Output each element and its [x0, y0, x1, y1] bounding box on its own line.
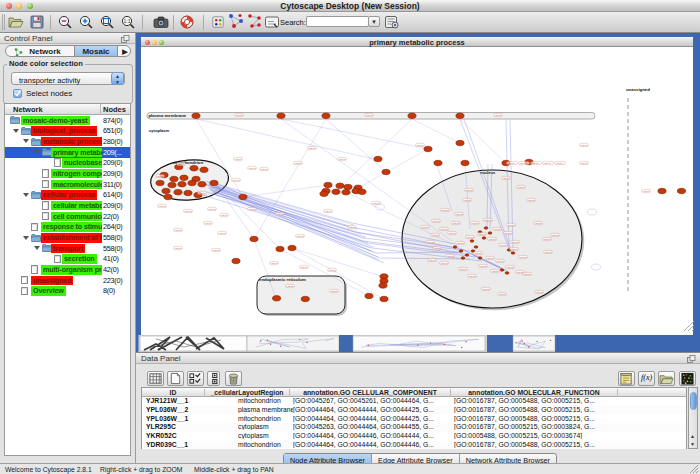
svg-text:Ynn (p): Ynn (p): [221, 214, 228, 216]
svg-text:Ynn (p): Ynn (p): [199, 192, 206, 194]
svg-text:Ynn (p): Ynn (p): [366, 114, 373, 116]
svg-text:Ynn (p): Ynn (p): [157, 175, 164, 177]
svg-text:Ynn (p): Ynn (p): [457, 242, 464, 244]
svg-text:Ynn (p): Ynn (p): [249, 208, 256, 210]
svg-text:Ynn (p): Ynn (p): [301, 266, 308, 268]
svg-text:Ynn (p): Ynn (p): [185, 210, 192, 212]
svg-text:Ynn (p): Ynn (p): [508, 162, 515, 164]
svg-text:Ynn (p): Ynn (p): [483, 288, 490, 290]
svg-text:Ynn (p): Ynn (p): [219, 232, 226, 234]
svg-text:Ynn (p): Ynn (p): [581, 162, 588, 164]
svg-text:Ynn (p): Ynn (p): [475, 252, 482, 254]
svg-text:Ynn (p): Ynn (p): [479, 233, 486, 235]
svg-text:Ynn (p): Ynn (p): [545, 251, 552, 253]
svg-text:Ynn (p): Ynn (p): [518, 186, 525, 188]
svg-text:Ynn (p): Ynn (p): [492, 270, 499, 272]
svg-text:Ynn (p): Ynn (p): [485, 219, 492, 221]
svg-text:Ynn (p): Ynn (p): [175, 229, 182, 231]
svg-text:Ynn (p): Ynn (p): [480, 265, 487, 267]
svg-text:Ynn (p): Ynn (p): [373, 202, 380, 204]
svg-text:Ynn (p): Ynn (p): [524, 273, 531, 275]
svg-text:Ynn (p): Ynn (p): [456, 213, 463, 215]
svg-text:Ynn (p): Ynn (p): [494, 228, 501, 230]
svg-text:Ynn (p): Ynn (p): [441, 228, 448, 230]
svg-text:Ynn (p): Ynn (p): [469, 275, 476, 277]
svg-text:Ynn (p): Ynn (p): [552, 234, 559, 236]
svg-text:Ynn (p): Ynn (p): [329, 269, 336, 271]
svg-text:unassigned: unassigned: [626, 87, 650, 92]
svg-text:Ynn (p): Ynn (p): [508, 224, 515, 226]
svg-text:Ynn (p): Ynn (p): [235, 158, 242, 160]
svg-text:Ynn (p): Ynn (p): [520, 256, 527, 258]
svg-text:Ynn (p): Ynn (p): [175, 247, 182, 249]
svg-text:Ynn (p): Ynn (p): [441, 262, 448, 264]
svg-text:Ynn (p): Ynn (p): [512, 241, 519, 243]
svg-text:Ynn (p): Ynn (p): [422, 226, 429, 228]
svg-text:Ynn (p): Ynn (p): [535, 222, 542, 224]
svg-text:Ynn (p): Ynn (p): [236, 114, 243, 116]
svg-text:Ynn (p): Ynn (p): [271, 262, 278, 264]
svg-text:Ynn (p): Ynn (p): [297, 235, 304, 237]
svg-text:Ynn (p): Ynn (p): [432, 234, 439, 236]
svg-text:Ynn (p): Ynn (p): [249, 167, 256, 169]
svg-text:Ynn (p): Ynn (p): [528, 199, 535, 201]
svg-text:Ynn (p): Ynn (p): [497, 260, 504, 262]
svg-text:Ynn (p): Ynn (p): [295, 162, 302, 164]
svg-text:Ynn (p): Ynn (p): [466, 189, 473, 191]
svg-text:Ynn (p): Ynn (p): [449, 232, 456, 234]
svg-text:Ynn (p): Ynn (p): [309, 147, 316, 149]
svg-text:Ynn (p): Ynn (p): [507, 266, 514, 268]
svg-text:Ynn (p): Ynn (p): [643, 190, 650, 192]
svg-text:Ynn (p): Ynn (p): [349, 226, 356, 228]
svg-text:Ynn (p): Ynn (p): [467, 236, 474, 238]
svg-text:Ynn (p): Ynn (p): [325, 210, 332, 212]
svg-text:Ynn (p): Ynn (p): [277, 213, 284, 215]
svg-text:Ynn (p): Ynn (p): [433, 220, 440, 222]
svg-text:Ynn (p): Ynn (p): [434, 247, 441, 249]
svg-text:Ynn (p): Ynn (p): [442, 209, 449, 211]
svg-text:plasma membrane: plasma membrane: [149, 113, 187, 118]
svg-text:Ynn (p): Ynn (p): [499, 293, 506, 295]
svg-text:Ynn (p): Ynn (p): [544, 162, 551, 164]
svg-text:Ynn (p): Ynn (p): [417, 144, 424, 146]
svg-text:Ynn (p): Ynn (p): [520, 162, 527, 164]
svg-text:Ynn (p): Ynn (p): [447, 255, 454, 257]
svg-text:Ynn (p): Ynn (p): [464, 199, 471, 201]
svg-text:Ynn (p): Ynn (p): [487, 257, 494, 259]
svg-text:Ynn (p): Ynn (p): [556, 162, 563, 164]
svg-text:Ynn (p): Ynn (p): [489, 238, 496, 240]
svg-text:Ynn (p): Ynn (p): [427, 241, 434, 243]
svg-text:Ynn (p): Ynn (p): [453, 222, 460, 224]
svg-text:Ynn (p): Ynn (p): [581, 144, 588, 146]
svg-text:Ynn (p): Ynn (p): [339, 158, 346, 160]
svg-text:Ynn (p): Ynn (p): [544, 238, 551, 240]
svg-text:Ynn (p): Ynn (p): [159, 205, 166, 207]
svg-text:Ynn (p): Ynn (p): [261, 168, 268, 170]
svg-text:Ynn (p): Ynn (p): [331, 290, 338, 292]
svg-text:Ynn (p): Ynn (p): [536, 291, 543, 293]
svg-text:Ynn (p): Ynn (p): [460, 268, 467, 270]
svg-text:Ynn (p): Ynn (p): [511, 248, 518, 250]
svg-text:cytoplasm: cytoplasm: [149, 128, 170, 133]
svg-text:Ynn (p): Ynn (p): [213, 249, 220, 251]
svg-text:Ynn (p): Ynn (p): [209, 208, 216, 210]
svg-text:Ynn (p): Ynn (p): [233, 179, 240, 181]
svg-text:Ynn (p): Ynn (p): [532, 162, 539, 164]
svg-text:Ynn (p): Ynn (p): [500, 244, 507, 246]
svg-text:Ynn (p): Ynn (p): [495, 114, 502, 116]
svg-text:endoplasmic reticulum: endoplasmic reticulum: [259, 277, 306, 282]
svg-text:Ynn (p): Ynn (p): [178, 163, 185, 165]
svg-text:Ynn (p): Ynn (p): [503, 177, 510, 179]
svg-text:Ynn (p): Ynn (p): [205, 222, 212, 224]
svg-text:Ynn (p): Ynn (p): [505, 232, 512, 234]
svg-text:1:1: 1:1: [124, 18, 131, 24]
svg-text:Ynn (p): Ynn (p): [287, 285, 294, 287]
svg-text:Ynn (p): Ynn (p): [429, 259, 436, 261]
svg-text:Ynn (p): Ynn (p): [472, 222, 479, 224]
